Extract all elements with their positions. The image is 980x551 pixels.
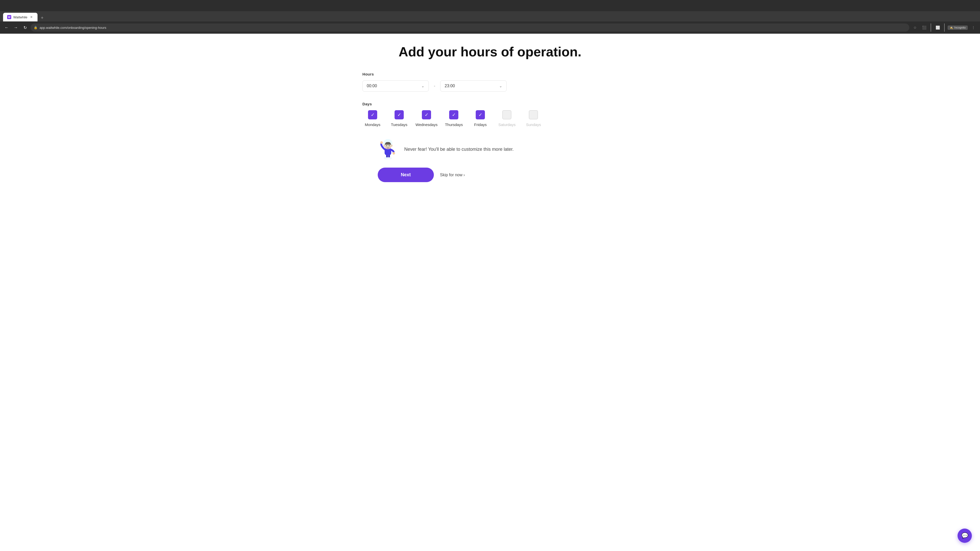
buttons-row: Next Skip for now › <box>363 168 617 182</box>
chat-icon: 💬 <box>961 532 968 539</box>
day-item-sundays[interactable]: Sundays <box>523 110 544 127</box>
info-text: Never fear! You'll be able to customize … <box>404 146 514 153</box>
bookmark-icon[interactable]: ☆ <box>912 24 918 31</box>
day-label-sundays: Sundays <box>526 122 541 127</box>
split-view-icon[interactable]: ⬜ <box>934 24 941 31</box>
address-bar-row: ← → ↻ 🔒 app.waitwhile.com/onboarding/ope… <box>0 21 980 34</box>
start-time-dropdown[interactable]: 00:00 ⌄ <box>363 80 429 92</box>
svg-point-12 <box>383 139 393 148</box>
day-item-wednesdays[interactable]: ✓Wednesdays <box>415 110 438 127</box>
reload-button[interactable]: ↻ <box>21 24 29 31</box>
menu-button[interactable]: ⋮ <box>970 24 977 31</box>
browser-actions: ☆ ⬛ ⬜ 🕵️ Incognito ⋮ <box>912 24 977 32</box>
skip-chevron-icon: › <box>463 173 465 177</box>
start-time-chevron-icon: ⌄ <box>422 84 425 88</box>
day-item-mondays[interactable]: ✓Mondays <box>363 110 383 127</box>
days-grid: ✓Mondays✓Tuesdays✓Wednesdays✓Thursdays✓F… <box>363 110 617 127</box>
day-label-tuesdays: Tuesdays <box>391 122 407 127</box>
days-section: Days ✓Mondays✓Tuesdays✓Wednesdays✓Thursd… <box>363 102 617 127</box>
svg-point-9 <box>380 141 383 144</box>
page-content: Add your hours of operation. Hours 00:00… <box>311 34 669 203</box>
day-checkbox-saturdays[interactable] <box>502 110 511 119</box>
extensions-icon[interactable]: ⬛ <box>921 24 928 31</box>
back-button[interactable]: ← <box>3 24 10 31</box>
day-checkbox-fridays[interactable]: ✓ <box>476 110 485 119</box>
day-item-saturdays[interactable]: Saturdays <box>496 110 517 127</box>
day-item-thursdays[interactable]: ✓Thursdays <box>444 110 464 127</box>
day-checkbox-tuesdays[interactable]: ✓ <box>395 110 404 119</box>
svg-point-10 <box>393 152 395 155</box>
next-button[interactable]: Next <box>378 168 434 182</box>
day-label-fridays: Fridays <box>474 122 487 127</box>
new-tab-button[interactable]: + <box>38 14 46 21</box>
day-checkbox-thursdays[interactable]: ✓ <box>449 110 458 119</box>
url-display: app.waitwhile.com/onboarding/opening-hou… <box>40 26 107 30</box>
day-item-fridays[interactable]: ✓Fridays <box>470 110 490 127</box>
day-checkbox-wednesdays[interactable]: ✓ <box>422 110 431 119</box>
address-bar[interactable]: 🔒 app.waitwhile.com/onboarding/opening-h… <box>30 24 909 32</box>
browser-window <box>0 0 980 11</box>
mascot-container <box>378 139 398 159</box>
day-checkbox-mondays[interactable]: ✓ <box>368 110 377 119</box>
hours-section-label: Hours <box>363 72 617 76</box>
end-time-dropdown[interactable]: 23:00 ⌄ <box>440 80 507 92</box>
skip-link[interactable]: Skip for now › <box>440 173 465 177</box>
page-title: Add your hours of operation. <box>363 44 617 60</box>
day-label-thursdays: Thursdays <box>445 122 463 127</box>
tab-favicon: W <box>7 15 11 19</box>
day-checkbox-sundays[interactable] <box>529 110 538 119</box>
incognito-icon: 🕵️ <box>950 26 953 29</box>
day-item-tuesdays[interactable]: ✓Tuesdays <box>389 110 409 127</box>
start-time-value: 00:00 <box>367 84 377 88</box>
day-label-mondays: Mondays <box>365 122 380 127</box>
day-label-wednesdays: Wednesdays <box>415 122 438 127</box>
svg-point-0 <box>384 157 392 159</box>
tab-bar: W Waitwhile ✕ + <box>0 11 980 21</box>
hours-row: 00:00 ⌄ - 23:00 ⌄ <box>363 80 617 92</box>
hours-section: Hours 00:00 ⌄ - 23:00 ⌄ <box>363 72 617 92</box>
days-section-label: Days <box>363 102 617 106</box>
chat-bubble-button[interactable]: 💬 <box>958 529 972 543</box>
end-time-chevron-icon: ⌄ <box>499 84 502 88</box>
tab-close-button[interactable]: ✕ <box>29 15 33 19</box>
info-section: Never fear! You'll be able to customize … <box>363 139 617 159</box>
skip-label: Skip for now <box>440 173 463 177</box>
time-separator: - <box>433 84 436 88</box>
incognito-badge: 🕵️ Incognito <box>948 25 968 30</box>
forward-button[interactable]: → <box>12 24 19 31</box>
mascot-illustration <box>378 139 398 159</box>
incognito-label: Incognito <box>954 26 966 29</box>
day-label-saturdays: Saturdays <box>498 122 516 127</box>
end-time-value: 23:00 <box>445 84 455 88</box>
lock-icon: 🔒 <box>34 26 38 29</box>
browser-tab-waitwhile[interactable]: W Waitwhile ✕ <box>3 13 38 21</box>
separator2 <box>944 24 945 32</box>
tab-title: Waitwhile <box>13 15 27 19</box>
